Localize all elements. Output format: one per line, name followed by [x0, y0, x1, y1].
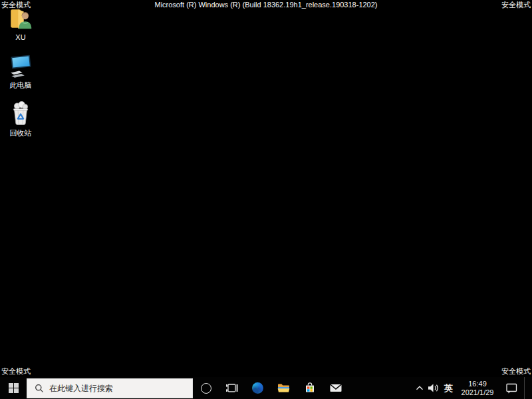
- recycle-bin-icon: [8, 101, 33, 129]
- safe-mode-watermark-bottom-right: 安全模式: [501, 367, 531, 375]
- tray-clock[interactable]: 16:49 2021/1/29: [456, 377, 499, 399]
- search-icon: [35, 384, 44, 393]
- taskbar-file-explorer-button[interactable]: [271, 377, 297, 399]
- desktop-icon-label: XU: [15, 33, 25, 41]
- task-view-icon: [225, 383, 238, 393]
- desktop-icon-this-pc[interactable]: 此电脑: [0, 53, 41, 89]
- chevron-up-icon: [416, 385, 424, 391]
- windows-logo-icon: [9, 383, 19, 393]
- taskbar: 英 16:49 2021/1/29: [0, 377, 532, 399]
- mail-icon: [330, 384, 342, 392]
- cortana-icon: [201, 383, 211, 394]
- desktop-icon-label: 回收站: [10, 129, 32, 137]
- store-icon: [305, 382, 315, 394]
- taskbar-cortana-button[interactable]: [193, 377, 219, 399]
- speaker-icon: [428, 383, 439, 393]
- tray-volume-button[interactable]: [426, 377, 441, 399]
- show-desktop-button[interactable]: [524, 377, 532, 399]
- this-pc-icon: [8, 53, 33, 81]
- tray-ime-indicator[interactable]: 英: [441, 377, 456, 399]
- tray-date: 2021/1/29: [462, 388, 494, 397]
- action-center-icon: [506, 383, 517, 394]
- desktop-icon-recycle-bin[interactable]: 回收站: [0, 101, 41, 137]
- desktop-icon-user-folder[interactable]: XU: [0, 5, 41, 41]
- taskbar-store-button[interactable]: [297, 377, 323, 399]
- start-button[interactable]: [0, 377, 27, 399]
- taskbar-mail-button[interactable]: [323, 377, 348, 399]
- tray-show-hidden-icons-button[interactable]: [414, 377, 426, 399]
- search-input[interactable]: [49, 384, 192, 393]
- tray-action-center-button[interactable]: [499, 377, 524, 399]
- windows-build-banner: Microsoft (R) Windows (R) (Build 18362.1…: [0, 1, 532, 9]
- taskbar-edge-button[interactable]: [245, 377, 271, 399]
- safe-mode-watermark-bottom-left: 安全模式: [1, 367, 31, 375]
- system-tray: 英 16:49 2021/1/29: [414, 377, 532, 399]
- taskbar-search-box[interactable]: [27, 378, 193, 398]
- desktop-icon-label: 此电脑: [10, 81, 32, 89]
- taskbar-task-view-button[interactable]: [219, 377, 245, 399]
- tray-time: 16:49: [468, 380, 487, 388]
- safe-mode-desktop: 安全模式 安全模式 安全模式 安全模式 Microsoft (R) Window…: [0, 0, 532, 399]
- file-explorer-icon: [277, 383, 290, 393]
- user-folder-icon: [8, 5, 33, 33]
- edge-icon: [252, 382, 263, 394]
